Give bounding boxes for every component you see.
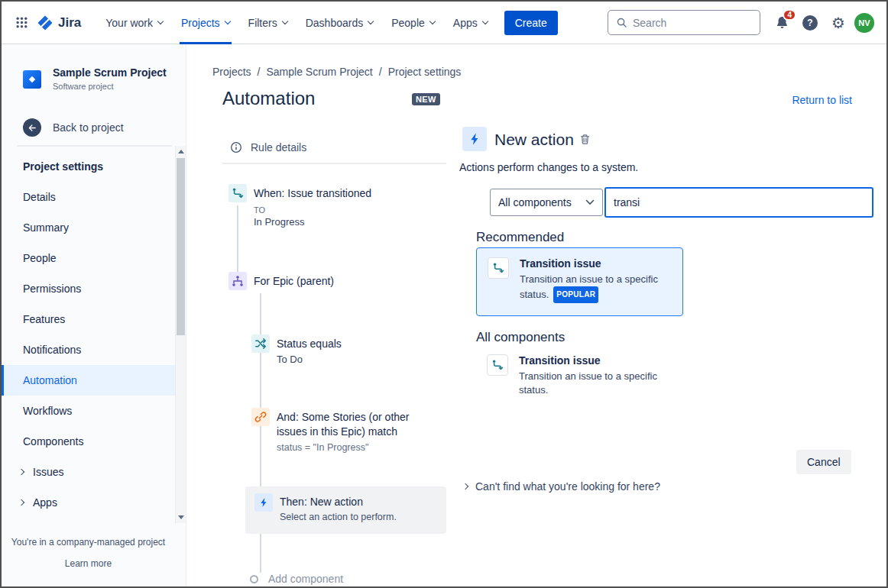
global-search-input[interactable] xyxy=(633,17,752,29)
sidebar-item-summary[interactable]: Summary xyxy=(2,212,175,243)
rule-step-trigger[interactable]: When: Issue transitioned TO In Progress xyxy=(228,184,371,229)
trigger-title: When: Issue transitioned xyxy=(254,184,371,202)
match-title: And: Some Stories (or other issues in th… xyxy=(277,408,433,439)
project-sidebar: Sample Scrum Project Software project Ba… xyxy=(2,44,186,586)
sidebar-item-label: Components xyxy=(23,435,83,447)
app-switcher-icon[interactable] xyxy=(9,11,34,35)
match-value: status = "In Progress" xyxy=(277,441,433,454)
jira-logo-icon xyxy=(37,15,53,31)
nav-label: Dashboards xyxy=(306,17,364,29)
breadcrumb: Projects / Sample Scrum Project / Projec… xyxy=(212,66,461,78)
project-type: Software project xyxy=(53,81,167,92)
chevron-down-icon xyxy=(585,199,595,205)
chevron-right-icon xyxy=(462,483,468,489)
top-icons: 4 NV xyxy=(770,11,874,35)
help-button[interactable] xyxy=(798,11,822,35)
scroll-up-button[interactable] xyxy=(176,146,186,157)
match-text: And: Some Stories (or other issues in th… xyxy=(277,408,433,454)
project-header: Sample Scrum Project Software project xyxy=(23,66,167,92)
nav-item-dashboards[interactable]: Dashboards xyxy=(297,2,383,44)
sidebar-item-people[interactable]: People xyxy=(2,243,175,273)
chevron-down-icon xyxy=(481,18,488,24)
help-link-label: Can't find what you're looking for here? xyxy=(475,480,660,493)
delete-action-icon[interactable] xyxy=(579,134,591,145)
learn-more-link[interactable]: Learn more xyxy=(2,558,175,569)
rule-step-match[interactable]: And: Some Stories (or other issues in th… xyxy=(251,408,433,454)
component-description: Transition an issue to a specific status… xyxy=(520,273,672,303)
rule-details-link[interactable]: Rule details xyxy=(230,141,306,153)
link-icon xyxy=(251,408,270,426)
component-title: Transition issue xyxy=(520,257,672,270)
create-button[interactable]: Create xyxy=(504,11,558,35)
help-link[interactable]: Can't find what you're looking for here? xyxy=(463,480,660,493)
trigger-text: When: Issue transitioned TO In Progress xyxy=(254,184,371,229)
triangle-down-icon xyxy=(178,515,184,519)
sidebar-item-notifications[interactable]: Notifications xyxy=(2,334,175,365)
chevron-down-icon xyxy=(281,18,287,24)
chevron-right-icon xyxy=(18,499,24,506)
branch-title: For Epic (parent) xyxy=(254,272,334,290)
chevron-down-icon xyxy=(429,18,436,24)
sidebar-item-permissions[interactable]: Permissions xyxy=(2,273,175,304)
sidebar-item-label: Apps xyxy=(33,496,57,509)
grid-icon xyxy=(15,16,28,29)
nav-item-filters[interactable]: Filters xyxy=(239,2,297,44)
global-search[interactable] xyxy=(608,10,760,35)
breadcrumb-projects[interactable]: Projects xyxy=(212,66,251,78)
breadcrumb-separator: / xyxy=(258,66,261,78)
nav-label: People xyxy=(391,17,425,29)
rule-step-action[interactable]: Then: New action Select an action to per… xyxy=(245,486,446,534)
return-to-list-link[interactable]: Return to list xyxy=(792,94,852,106)
notifications-button[interactable]: 4 xyxy=(770,11,794,35)
settings-button[interactable] xyxy=(826,11,851,35)
back-to-project-label: Back to project xyxy=(53,121,124,134)
components-filter-dropdown[interactable]: All components xyxy=(490,189,603,216)
breadcrumb-project[interactable]: Sample Scrum Project xyxy=(266,66,372,78)
search-icon xyxy=(616,17,627,28)
new-badge: NEW xyxy=(412,93,440,105)
nav-item-apps[interactable]: Apps xyxy=(444,2,497,44)
trigger-to-label: TO xyxy=(254,205,371,215)
action-title: Then: New action xyxy=(280,493,397,510)
scroll-down-button[interactable] xyxy=(176,512,186,523)
nav-item-people[interactable]: People xyxy=(382,2,444,44)
sidebar-item-label: Notifications xyxy=(23,344,81,356)
sidebar-item-automation[interactable]: Automation xyxy=(2,365,175,396)
sidebar-item-apps[interactable]: Apps xyxy=(2,487,175,518)
jira-logo[interactable]: Jira xyxy=(34,15,86,31)
sidebar-item-label: Issues xyxy=(33,466,63,478)
user-avatar[interactable]: NV xyxy=(854,13,874,33)
sidebar-item-label: Permissions xyxy=(23,283,81,295)
action-subtitle: Select an action to perform. xyxy=(280,511,397,524)
page-layout: Sample Scrum Project Software project Ba… xyxy=(2,44,886,586)
sidebar-item-issues[interactable]: Issues xyxy=(2,457,175,487)
add-component-button[interactable]: Add component xyxy=(250,570,343,586)
nav-label: Projects xyxy=(181,17,220,29)
nav-item-projects[interactable]: Projects xyxy=(172,2,239,44)
breadcrumb-current: Project settings xyxy=(388,66,462,78)
add-component-icon xyxy=(250,575,258,583)
action-text: Then: New action Select an action to per… xyxy=(280,493,397,524)
project-name: Sample Scrum Project xyxy=(53,66,167,79)
sidebar-item-components[interactable]: Components xyxy=(2,426,175,457)
scrollbar-thumb[interactable] xyxy=(177,158,185,335)
back-to-project[interactable]: Back to project xyxy=(23,118,124,137)
action-panel-icon xyxy=(462,127,487,151)
chevron-right-icon xyxy=(18,469,24,475)
sidebar-item-label: Automation xyxy=(23,374,77,386)
sidebar-item-details[interactable]: Details xyxy=(2,182,175,212)
transition-icon xyxy=(228,184,247,202)
sidebar-scrollbar[interactable] xyxy=(175,146,186,523)
rule-step-branch[interactable]: For Epic (parent) xyxy=(228,272,334,290)
top-navigation: Jira Your work Projects Filters Dashboar… xyxy=(2,2,886,44)
recommended-transition-issue-card[interactable]: Transition issue Transition an issue to … xyxy=(476,247,683,316)
sidebar-item-workflows[interactable]: Workflows xyxy=(2,396,175,426)
component-search-input[interactable] xyxy=(604,187,873,218)
triangle-up-icon xyxy=(178,150,184,153)
rule-step-condition[interactable]: Status equals To Do xyxy=(251,334,342,367)
all-components-transition-issue[interactable]: Transition issue Transition an issue to … xyxy=(487,354,672,397)
popular-badge: POPULAR xyxy=(553,286,598,303)
cancel-button[interactable]: Cancel xyxy=(796,450,851,474)
sidebar-item-features[interactable]: Features xyxy=(2,304,175,334)
nav-item-your-work[interactable]: Your work xyxy=(96,2,172,44)
